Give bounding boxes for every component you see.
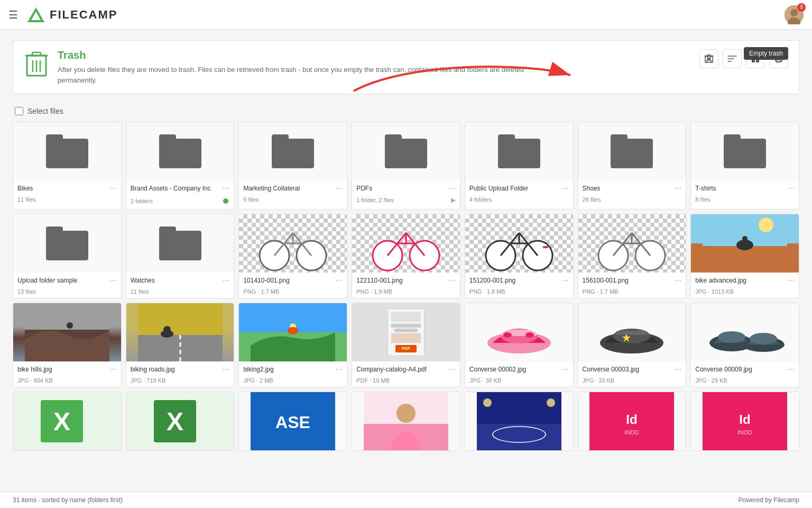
file-item-sports[interactable] xyxy=(465,392,574,451)
file-item-ase[interactable]: ASE xyxy=(238,392,347,451)
file-info: biking roads.jpg ··· xyxy=(126,361,234,377)
logo[interactable]: FILECAMP xyxy=(26,6,117,23)
file-item-156100[interactable]: 156100-001.png ··· PNG · 1.7 MB xyxy=(578,214,687,298)
sort-button[interactable] xyxy=(723,49,742,68)
select-all-checkbox[interactable] xyxy=(15,107,23,115)
more-button[interactable]: ··· xyxy=(109,184,116,193)
file-item-biking-roads[interactable]: biking roads.jpg ··· JPG · 719 KB xyxy=(126,303,235,387)
green-dot-indicator xyxy=(223,196,229,206)
more-button[interactable]: ··· xyxy=(561,276,568,285)
more-button[interactable]: ··· xyxy=(449,365,456,374)
file-thumb xyxy=(239,214,347,273)
svg-rect-49 xyxy=(543,246,548,248)
menu-icon[interactable]: ☰ xyxy=(8,8,18,21)
more-button[interactable]: ··· xyxy=(223,276,229,285)
folder-item-public-upload[interactable]: Public Upload Folder ··· 4 folders xyxy=(465,122,574,210)
more-button[interactable]: ··· xyxy=(675,276,681,285)
folder-item-watches[interactable]: Watches ··· 11 files xyxy=(126,214,235,298)
file-item-excel2[interactable]: X xyxy=(126,392,235,451)
file-name: 101410-001.png xyxy=(243,277,335,284)
file-item-122110[interactable]: 122110-001.png ··· PNG · 1.9 MB xyxy=(352,214,460,298)
more-button[interactable]: ··· xyxy=(449,276,456,285)
file-item-bike-advanced[interactable]: bike advanced.jpg ··· JPG · 1013 KB xyxy=(690,214,799,298)
folder-item-pdfs[interactable]: PDFs ··· 1 folder, 2 files ▶ xyxy=(352,122,460,210)
file-info: 156100-001.png ··· xyxy=(578,273,686,288)
folder-item-shoes[interactable]: Shoes ··· 26 files xyxy=(578,122,687,210)
file-thumb xyxy=(465,392,573,450)
svg-point-83 xyxy=(718,331,745,343)
svg-text:Id: Id xyxy=(739,412,750,427)
empty-trash-tooltip: Empty trash xyxy=(744,47,788,60)
folder-item-marketing[interactable]: Marketing Collateral ··· 5 files xyxy=(238,122,347,210)
empty-trash-button[interactable] xyxy=(699,49,718,68)
file-name: 122110-001.png xyxy=(356,277,448,284)
file-item-converse-00009[interactable]: Converse 00009.jpg ··· JPG · 29 KB xyxy=(690,303,799,387)
more-button[interactable]: ··· xyxy=(336,365,343,374)
bike-hills-thumb xyxy=(25,303,109,361)
more-button[interactable]: ··· xyxy=(223,184,229,193)
svg-point-3 xyxy=(790,9,798,16)
file-thumb xyxy=(465,303,573,361)
svg-point-96 xyxy=(396,404,416,423)
file-item-indd2[interactable]: Id INDD xyxy=(690,392,799,451)
more-button[interactable]: ··· xyxy=(109,365,116,374)
more-button[interactable]: ··· xyxy=(561,184,568,193)
files-grid: Bikes ··· 11 files Brand Assets - Compan… xyxy=(13,122,799,451)
file-thumb xyxy=(578,214,686,273)
folder-item-tshirts[interactable]: T-shirts ··· 8 files xyxy=(690,122,799,210)
file-meta: JPG · 719 KB xyxy=(126,377,234,387)
more-button[interactable]: ··· xyxy=(788,276,795,285)
file-info: Converse 00009.jpg ··· xyxy=(691,361,799,377)
file-info: PDFs ··· xyxy=(352,180,460,196)
more-button[interactable]: ··· xyxy=(675,365,681,374)
more-button[interactable]: ··· xyxy=(675,184,681,193)
more-button[interactable]: ··· xyxy=(223,365,229,374)
file-thumb: Id INDD xyxy=(691,392,799,450)
folder-item-upload-sample[interactable]: Upload folder sample ··· 13 files xyxy=(13,214,122,298)
user-avatar-wrap[interactable]: 8 xyxy=(785,5,804,24)
file-name: biking2.jpg xyxy=(243,366,335,373)
file-name: 151200-001.png xyxy=(469,277,561,284)
svg-text:X: X xyxy=(167,407,183,436)
file-name: Converse 00009.jpg xyxy=(695,366,787,373)
file-item-151200[interactable]: 151200-001.png ··· PNG · 1.8 MB xyxy=(465,214,574,298)
file-item-athlete[interactable] xyxy=(352,392,460,451)
more-button[interactable]: ··· xyxy=(788,365,795,374)
more-button[interactable]: ··· xyxy=(788,184,795,193)
svg-point-60 xyxy=(742,236,748,241)
file-item-bike-hills[interactable]: bike hills.jpg ··· JPG · 904 KB xyxy=(13,303,122,387)
folder-thumb xyxy=(126,122,234,180)
more-button[interactable]: ··· xyxy=(336,184,343,193)
file-item-company-catalog[interactable]: PDF Company-catalog-A4.pdf ··· PDF · 10 … xyxy=(352,303,460,387)
file-item-excel1[interactable]: X xyxy=(13,392,122,451)
svg-point-100 xyxy=(547,398,555,407)
file-name: Company-catalog-A4.pdf xyxy=(356,366,448,373)
file-info: biking2.jpg ··· xyxy=(239,361,347,377)
file-meta: 26 files xyxy=(578,196,686,206)
file-item-101410[interactable]: 101410-001.png ··· PNG · 1.7 MB xyxy=(238,214,347,298)
file-item-biking2[interactable]: biking2.jpg ··· JPG · 2 MB xyxy=(238,303,347,387)
toolbar: Empty trash xyxy=(699,49,788,68)
more-button[interactable]: ··· xyxy=(449,184,456,193)
status-text: 31 items · sorted by name (folders first… xyxy=(13,496,123,504)
folder-item-bikes[interactable]: Bikes ··· 11 files xyxy=(13,122,122,210)
file-info: Watches ··· xyxy=(126,273,234,288)
svg-point-85 xyxy=(750,333,777,344)
file-thumb xyxy=(13,303,121,361)
more-button[interactable]: ··· xyxy=(561,365,568,374)
file-info: Brand Assets - Company Inc ··· xyxy=(126,180,234,196)
file-meta: 2 folders xyxy=(126,196,234,209)
file-item-indd1[interactable]: Id INDD xyxy=(578,392,687,451)
file-item-converse-00003[interactable]: Converse 00003.jpg ··· JPG · 33 KB xyxy=(578,303,687,387)
folder-item-brand-assets[interactable]: Brand Assets - Company Inc ··· 2 folders xyxy=(126,122,235,210)
more-button[interactable]: ··· xyxy=(109,276,116,285)
trash-icon-large xyxy=(24,49,49,79)
file-thumb: X xyxy=(126,392,234,450)
file-name: biking roads.jpg xyxy=(131,366,223,373)
file-name: Brand Assets - Company Inc xyxy=(131,185,223,192)
file-meta: 4 folders xyxy=(465,196,573,206)
svg-point-72 xyxy=(288,327,298,334)
file-item-converse-00002[interactable]: Converse 00002.jpg ··· JPG · 38 KB xyxy=(465,303,574,387)
more-button[interactable]: ··· xyxy=(336,276,343,285)
file-meta: JPG · 29 KB xyxy=(691,377,799,387)
